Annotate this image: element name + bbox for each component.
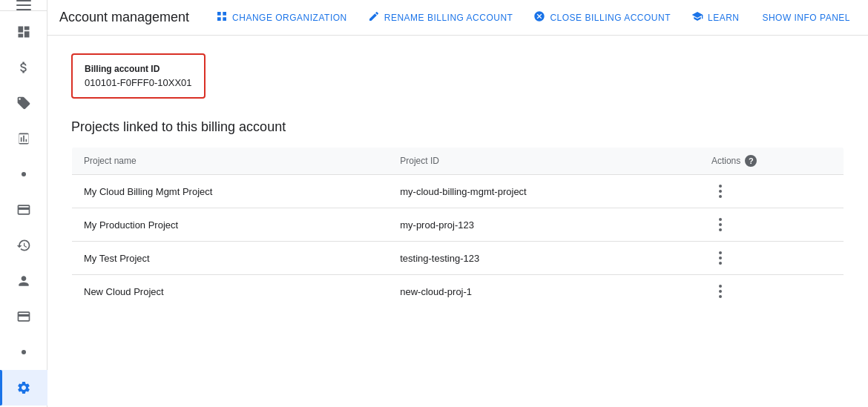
hamburger-icon[interactable]: [16, 0, 31, 10]
sidebar-item-reports[interactable]: [0, 121, 47, 156]
billing-account-id-box: Billing account ID 010101-F0FFF0-10XX01: [71, 53, 206, 99]
project-id-cell: my-cloud-billing-mgmt-project: [388, 175, 700, 208]
project-name-cell: My Test Project: [72, 242, 389, 275]
show-info-panel-button[interactable]: SHOW INFO PANEL: [756, 13, 856, 23]
sidebar-item-dot1: [0, 156, 47, 192]
project-id-cell: testing-testing-123: [388, 242, 700, 275]
sidebar-nav: [0, 11, 47, 407]
more-actions-button[interactable]: [711, 249, 729, 267]
sidebar-item-dashboard[interactable]: [0, 14, 47, 50]
rename-billing-account-label: RENAME BILLING ACCOUNT: [384, 13, 513, 23]
projects-table: Project name Project ID Actions ?: [71, 147, 844, 308]
project-name-cell: New Cloud Project: [72, 275, 389, 308]
close-billing-account-button[interactable]: CLOSE BILLING ACCOUNT: [525, 4, 680, 31]
page-title: Account management: [59, 10, 189, 25]
project-actions-cell: [700, 175, 844, 208]
project-name-cell: My Production Project: [72, 208, 389, 242]
sidebar-item-account[interactable]: [0, 263, 47, 299]
table-header-row: Project name Project ID Actions ?: [72, 148, 844, 175]
content-area: Billing account ID 010101-F0FFF0-10XX01 …: [47, 36, 868, 407]
column-project-name: Project name: [72, 148, 389, 175]
close-billing-account-label: CLOSE BILLING ACCOUNT: [550, 13, 671, 23]
learn-button[interactable]: LEARN: [683, 4, 749, 31]
school-icon: [691, 10, 703, 24]
sidebar-item-dot2: [0, 334, 47, 370]
column-project-id: Project ID: [388, 148, 700, 175]
project-actions-cell: [700, 275, 844, 308]
learn-label: LEARN: [708, 13, 740, 23]
table-row: My Test Project testing-testing-123: [72, 242, 844, 275]
sidebar-item-tags[interactable]: [0, 85, 47, 121]
grid-icon: [216, 10, 228, 24]
header-actions: CHANGE ORGANIZATION RENAME BILLING ACCOU…: [207, 4, 856, 31]
sidebar-item-transactions[interactable]: [0, 192, 47, 228]
more-actions-button[interactable]: [711, 216, 729, 234]
sidebar-item-settings[interactable]: [0, 370, 47, 406]
sidebar-item-history[interactable]: [0, 228, 47, 263]
project-actions-cell: [700, 242, 844, 275]
actions-help-icon[interactable]: ?: [745, 155, 757, 167]
sidebar-item-billing[interactable]: [0, 50, 47, 85]
project-id-cell: new-cloud-proj-1: [388, 275, 700, 308]
sidebar: [0, 0, 47, 407]
projects-table-body: My Cloud Billing Mgmt Project my-cloud-b…: [72, 175, 844, 308]
table-row: My Cloud Billing Mgmt Project my-cloud-b…: [72, 175, 844, 208]
change-organization-label: CHANGE ORGANIZATION: [232, 13, 347, 23]
more-actions-button[interactable]: [711, 282, 729, 300]
project-actions-cell: [700, 208, 844, 242]
main-content: Account management CHANGE ORGANIZATION R…: [47, 0, 868, 407]
cancel-icon: [533, 10, 545, 24]
more-actions-button[interactable]: [711, 182, 729, 200]
projects-section-title: Projects linked to this billing account: [71, 119, 844, 135]
billing-id-value: 010101-F0FFF0-10XX01: [85, 77, 192, 88]
project-name-cell: My Cloud Billing Mgmt Project: [72, 175, 389, 208]
rename-billing-account-button[interactable]: RENAME BILLING ACCOUNT: [359, 4, 522, 31]
sidebar-logo: [0, 0, 47, 11]
change-organization-button[interactable]: CHANGE ORGANIZATION: [207, 4, 356, 31]
edit-icon: [368, 10, 380, 24]
billing-id-label: Billing account ID: [85, 64, 192, 74]
sidebar-item-payment[interactable]: [0, 299, 47, 334]
project-id-cell: my-prod-proj-123: [388, 208, 700, 242]
column-actions: Actions ?: [700, 148, 844, 175]
table-row: My Production Project my-prod-proj-123: [72, 208, 844, 242]
header: Account management CHANGE ORGANIZATION R…: [47, 0, 868, 36]
table-row: New Cloud Project new-cloud-proj-1: [72, 275, 844, 308]
